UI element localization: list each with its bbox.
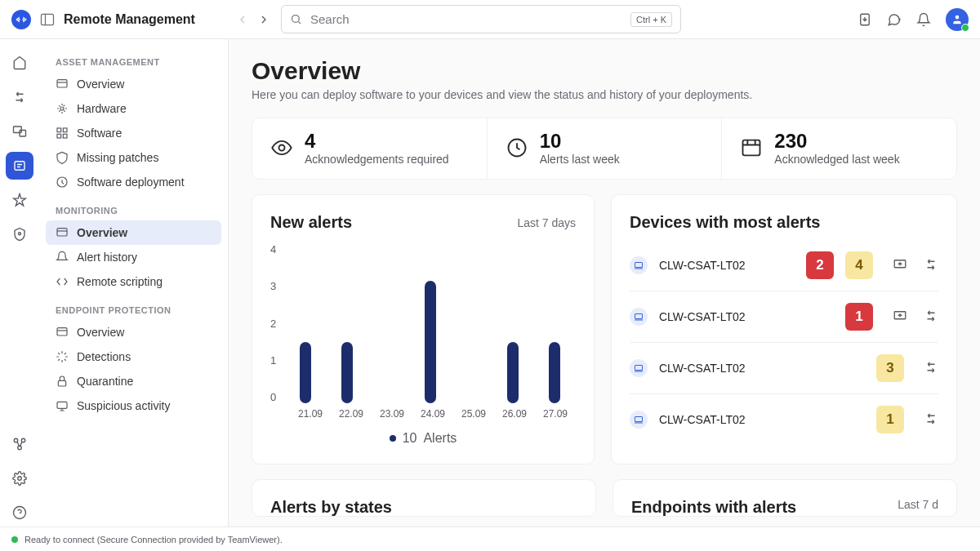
svg-rect-16 [63,128,67,132]
sidebar-item-icon [56,251,69,264]
status-indicator [11,536,18,543]
device-icon [630,411,648,429]
svg-point-14 [60,107,64,110]
svg-point-10 [18,446,22,450]
sidebar-item-overview[interactable]: Overview [46,72,221,96]
sidebar-item-hardware[interactable]: Hardware [46,96,221,121]
metric-value: 10 [540,131,620,151]
install-icon[interactable] [858,12,872,27]
sidebar-item-software[interactable]: Software [46,121,221,145]
device-row: CLW-CSAT-LT021 [630,394,938,445]
svg-rect-20 [57,229,67,236]
sidebar-item-detections[interactable]: Detections [46,344,221,369]
x-axis-tick: 22.09 [331,408,372,420]
metric-2: 230Acknowledged last week [722,118,956,179]
bar [507,342,519,403]
legend-count: 10 [403,431,417,446]
bar [341,342,353,403]
search-input[interactable] [310,12,622,26]
svg-rect-6 [15,162,24,171]
legend-label: Alerts [423,431,457,446]
sidebar-item-missing-patches[interactable]: Missing patches [46,145,221,170]
sidebar-item-label: Detections [77,350,131,363]
x-axis-tick: 26.09 [494,408,535,420]
metric-icon [506,136,528,162]
svg-rect-15 [57,128,61,132]
svg-rect-4 [14,127,22,133]
device-row: CLW-CSAT-LT023 [630,343,938,394]
svg-rect-17 [63,134,67,138]
svg-rect-26 [743,140,760,155]
device-row: CLW-CSAT-LT0224 [630,240,938,291]
device-name: CLW-CSAT-LT02 [659,362,865,375]
user-avatar[interactable] [946,8,969,31]
devices-card-title: Devices with most alerts [630,213,820,232]
chat-icon[interactable] [887,12,902,27]
sidebar-item-suspicious-activity[interactable]: Suspicious activity [46,393,221,418]
search-icon [290,13,302,25]
device-name: CLW-CSAT-LT02 [659,413,865,426]
nav-back-button[interactable] [234,11,252,29]
expand-icon[interactable] [893,257,907,274]
metric-icon [740,136,763,162]
y-axis-tick: 3 [270,280,276,292]
device-icon [630,308,648,326]
svg-rect-13 [57,80,67,87]
alert-badge-critical: 2 [806,251,834,279]
connect-icon[interactable] [924,309,938,326]
connect-icon[interactable] [924,411,938,429]
rail-settings[interactable] [6,464,33,492]
connect-icon[interactable] [924,360,938,377]
nav-forward-button[interactable] [255,11,273,29]
svg-point-7 [19,233,21,235]
sidebar-item-icon [56,78,69,91]
sidebar-item-label: Hardware [77,102,127,115]
svg-rect-32 [635,417,643,422]
status-text: Ready to connect (Secure Connection prov… [24,535,283,544]
search-input-wrap[interactable]: Ctrl + K [281,5,681,33]
svg-rect-31 [635,366,643,371]
sidebar-item-label: Overview [77,78,124,91]
sidebar-item-label: Remote scripting [77,275,163,288]
rail-home[interactable] [6,49,33,77]
sidebar-item-icon [56,326,69,339]
sidebar-item-icon [56,176,69,189]
sidebar-item-label: Overview [77,226,127,239]
sidebar-item-software-deployment[interactable]: Software deployment [46,170,221,194]
rail-security[interactable] [6,220,33,248]
metric-1: 10Alerts last week [488,118,723,179]
bar [300,342,311,403]
connect-icon[interactable] [924,257,938,274]
sidebar-item-alert-history[interactable]: Alert history [46,245,221,269]
page-title: Remote Management [64,12,195,27]
rail-workflow[interactable] [6,186,33,214]
rail-transfer[interactable] [6,83,33,111]
alerts-card-title: New alerts [270,213,352,232]
rail-integrations[interactable] [6,430,33,458]
sidebar-item-quarantine[interactable]: Quarantine [46,369,221,393]
sidebar-item-overview[interactable]: Overview [46,320,221,344]
sidebar-item-label: Software [77,127,122,140]
sidebar-item-remote-scripting[interactable]: Remote scripting [46,269,221,294]
device-name: CLW-CSAT-LT02 [659,259,795,272]
rail-help[interactable] [6,499,33,527]
bell-icon[interactable] [916,12,931,27]
panel-toggle-icon[interactable] [39,11,56,28]
sidebar-item-label: Alert history [77,251,137,264]
sidebar-item-label: Missing patches [77,151,158,164]
search-kbd-hint: Ctrl + K [630,12,672,27]
sidebar-item-overview[interactable]: Overview [46,220,221,245]
x-axis-tick: 27.09 [535,408,576,420]
metric-label: Alerts last week [540,153,620,166]
svg-rect-29 [635,314,643,319]
rail-devices[interactable] [6,118,33,145]
alert-badge-warning: 4 [845,251,873,279]
svg-point-24 [279,144,285,150]
alerts-card-range: Last 7 days [517,216,576,229]
device-icon [630,359,648,377]
rail-remote-management[interactable] [6,152,33,180]
app-logo [11,10,31,29]
metric-0: 4Acknowledgements required [252,118,488,179]
expand-icon[interactable] [893,309,907,326]
x-axis-tick: 21.09 [290,408,331,420]
